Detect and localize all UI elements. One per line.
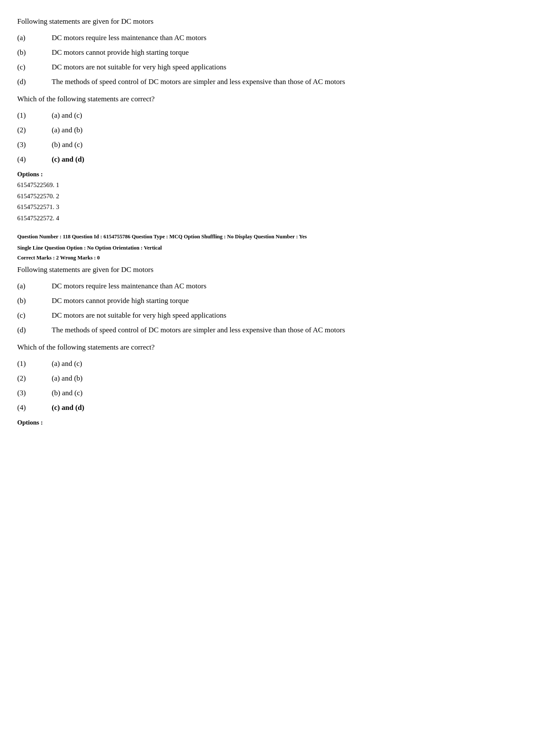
option-code-3: 61547522571. 3: [17, 202, 517, 213]
meta-line-1: Question Number : 118 Question Id : 6154…: [17, 232, 517, 241]
option-text-c2: DC motors are not suitable for very high…: [52, 311, 517, 320]
option-label-d1: (d): [17, 78, 52, 86]
option-text-b1: DC motors cannot provide high starting t…: [52, 48, 517, 57]
option-label-d2: (d): [17, 326, 52, 334]
option-text-d1: The methods of speed control of DC motor…: [52, 78, 517, 86]
answer-text-2-4: (c) and (d): [52, 403, 517, 412]
option-item-c2: (c) DC motors are not suitable for very …: [17, 311, 517, 320]
question-statement-2: Following statements are given for DC mo…: [17, 266, 517, 274]
meta-info-block: Question Number : 118 Question Id : 6154…: [17, 232, 517, 261]
option-text-a2: DC motors require less maintenance than …: [52, 282, 517, 291]
option-item-a2: (a) DC motors require less maintenance t…: [17, 282, 517, 291]
options-label-section1: Options :: [17, 171, 517, 178]
answer-number-1-2: (2): [17, 126, 52, 134]
option-text-a1: DC motors require less maintenance than …: [52, 34, 517, 42]
options-list-1: (a) DC motors require less maintenance t…: [17, 34, 517, 86]
section-2: Following statements are given for DC mo…: [17, 266, 517, 426]
option-text-b2: DC motors cannot provide high starting t…: [52, 297, 517, 305]
meta-line-2: Single Line Question Option : No Option …: [17, 244, 517, 252]
option-item-a1: (a) DC motors require less maintenance t…: [17, 34, 517, 42]
option-code-1: 61547522569. 1: [17, 180, 517, 191]
option-item-b2: (b) DC motors cannot provide high starti…: [17, 297, 517, 305]
option-item-c1: (c) DC motors are not suitable for very …: [17, 63, 517, 72]
answers-list-1: (1) (a) and (c) (2) (a) and (b) (3) (b) …: [17, 111, 517, 164]
option-item-d2: (d) The methods of speed control of DC m…: [17, 326, 517, 334]
question-statement-1: Following statements are given for DC mo…: [17, 17, 517, 26]
question-text-1: Which of the following statements are co…: [17, 95, 517, 103]
answer-number-2-4: (4): [17, 403, 52, 412]
option-label-a1: (a): [17, 34, 52, 42]
answer-item-1-3: (3) (b) and (c): [17, 141, 517, 149]
answer-text-2-3: (b) and (c): [52, 389, 517, 397]
answer-number-2-3: (3): [17, 389, 52, 397]
option-label-c1: (c): [17, 63, 52, 72]
answer-number-1-4: (4): [17, 155, 52, 164]
option-text-d2: The methods of speed control of DC motor…: [52, 326, 517, 334]
answer-item-2-3: (3) (b) and (c): [17, 389, 517, 397]
option-item-d1: (d) The methods of speed control of DC m…: [17, 78, 517, 86]
answer-item-2-1: (1) (a) and (c): [17, 359, 517, 368]
answer-item-2-4: (4) (c) and (d): [17, 403, 517, 412]
section-1: Following statements are given for DC mo…: [17, 17, 517, 224]
options-list-2: (a) DC motors require less maintenance t…: [17, 282, 517, 334]
answer-number-1-1: (1): [17, 111, 52, 120]
answer-text-1-4: (c) and (d): [52, 155, 517, 164]
answer-text-1-3: (b) and (c): [52, 141, 517, 149]
answer-item-2-2: (2) (a) and (b): [17, 374, 517, 383]
answer-item-1-4: (4) (c) and (d): [17, 155, 517, 164]
answer-item-1-2: (2) (a) and (b): [17, 126, 517, 134]
marks-info: Correct Marks : 2 Wrong Marks : 0: [17, 255, 517, 261]
answer-text-2-2: (a) and (b): [52, 374, 517, 383]
options-codes-section1: 61547522569. 1 61547522570. 2 6154752257…: [17, 180, 517, 224]
option-item-b1: (b) DC motors cannot provide high starti…: [17, 48, 517, 57]
question-text-2: Which of the following statements are co…: [17, 343, 517, 352]
option-label-b1: (b): [17, 48, 52, 57]
options-label-section2: Options :: [17, 419, 517, 426]
answer-number-2-2: (2): [17, 374, 52, 383]
answer-number-1-3: (3): [17, 141, 52, 149]
answer-text-2-1: (a) and (c): [52, 359, 517, 368]
option-label-a2: (a): [17, 282, 52, 291]
answer-text-1-1: (a) and (c): [52, 111, 517, 120]
option-code-4: 61547522572. 4: [17, 213, 517, 224]
option-label-b2: (b): [17, 297, 52, 305]
answer-number-2-1: (1): [17, 359, 52, 368]
answer-item-1-1: (1) (a) and (c): [17, 111, 517, 120]
option-label-c2: (c): [17, 311, 52, 320]
option-text-c1: DC motors are not suitable for very high…: [52, 63, 517, 72]
answers-list-2: (1) (a) and (c) (2) (a) and (b) (3) (b) …: [17, 359, 517, 412]
answer-text-1-2: (a) and (b): [52, 126, 517, 134]
option-code-2: 61547522570. 2: [17, 191, 517, 202]
